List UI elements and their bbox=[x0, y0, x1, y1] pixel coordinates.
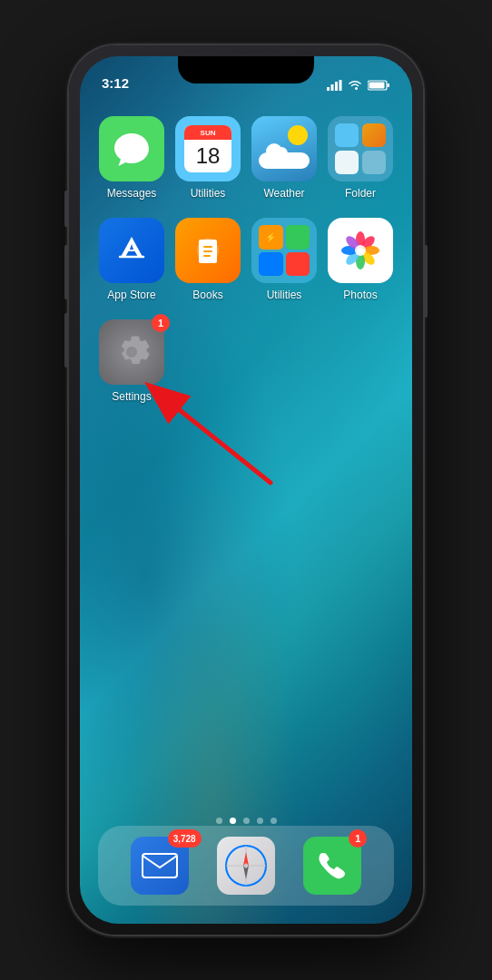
folder-label: Folder bbox=[345, 187, 376, 200]
svg-rect-22 bbox=[143, 854, 177, 877]
utilities-folder-icon: ⚡ bbox=[251, 218, 317, 283]
battery-icon bbox=[368, 80, 390, 91]
svg-rect-0 bbox=[327, 87, 330, 91]
safari-icon bbox=[217, 837, 275, 895]
mail-icon-svg bbox=[142, 853, 178, 878]
settings-badge: 1 bbox=[152, 314, 170, 332]
page-dot-3[interactable] bbox=[243, 818, 250, 824]
app-photos[interactable]: Photos bbox=[327, 218, 394, 301]
svg-point-19 bbox=[355, 245, 366, 256]
books-icon bbox=[175, 218, 241, 283]
page-dots bbox=[80, 818, 412, 824]
appstore-icon bbox=[99, 218, 164, 283]
utilities-top-label: Utilities bbox=[191, 187, 226, 200]
svg-rect-1 bbox=[331, 84, 334, 91]
page-dot-4[interactable] bbox=[257, 818, 263, 824]
folder-icon bbox=[328, 116, 393, 181]
photos-icon bbox=[328, 218, 393, 283]
dock-mail[interactable]: 3,728 bbox=[131, 837, 189, 895]
svg-rect-2 bbox=[335, 82, 338, 91]
books-label: Books bbox=[192, 289, 222, 301]
app-appstore[interactable]: App Store bbox=[98, 218, 165, 301]
page-dot-5[interactable] bbox=[271, 818, 277, 824]
app-folder[interactable]: Folder bbox=[327, 116, 394, 200]
dock-phone[interactable]: 1 bbox=[303, 837, 361, 895]
messages-label: Messages bbox=[107, 187, 157, 200]
utilities-top-icon: SUN 18 bbox=[175, 116, 241, 181]
power-button[interactable] bbox=[424, 245, 428, 318]
volume-up-button[interactable] bbox=[64, 245, 68, 299]
svg-rect-6 bbox=[388, 83, 390, 87]
app-settings[interactable]: 1 Settings bbox=[98, 319, 165, 403]
mail-badge: 3,728 bbox=[168, 829, 202, 848]
svg-rect-5 bbox=[369, 83, 385, 89]
page-dot-2[interactable] bbox=[230, 818, 236, 824]
app-books[interactable]: Books bbox=[174, 218, 241, 301]
phone-badge: 1 bbox=[349, 829, 367, 848]
status-time: 3:12 bbox=[102, 75, 129, 91]
phone-icon-svg bbox=[316, 849, 349, 882]
signal-icon bbox=[327, 80, 342, 91]
appstore-label: App Store bbox=[107, 289, 155, 301]
settings-label: Settings bbox=[112, 390, 151, 403]
app-utilities-top[interactable]: SUN 18 Utilities bbox=[174, 116, 241, 200]
app-weather[interactable]: Weather bbox=[251, 116, 318, 200]
phone-screen: 3:12 bbox=[80, 56, 412, 924]
mail-icon: 3,728 bbox=[131, 837, 189, 895]
books-icon-svg bbox=[188, 230, 228, 270]
app-messages[interactable]: Messages bbox=[98, 116, 165, 200]
page-dot-1[interactable] bbox=[216, 818, 222, 824]
phone-frame: 3:12 bbox=[69, 45, 423, 935]
dock-safari[interactable] bbox=[217, 837, 275, 895]
status-bar: 3:12 bbox=[80, 56, 412, 96]
settings-icon: 1 bbox=[99, 319, 164, 385]
app-grid: Messages SUN 18 Utilities bbox=[80, 107, 412, 412]
safari-icon-svg bbox=[223, 843, 269, 888]
status-icons bbox=[327, 80, 390, 91]
photos-icon-svg bbox=[335, 225, 386, 276]
appstore-icon-svg bbox=[113, 231, 151, 270]
phone-icon: 1 bbox=[303, 837, 361, 895]
utilities-folder-label: Utilities bbox=[267, 289, 302, 301]
wifi-icon bbox=[348, 80, 362, 91]
volume-down-button[interactable] bbox=[64, 313, 68, 368]
messages-icon-svg bbox=[111, 128, 153, 170]
messages-icon bbox=[99, 116, 164, 181]
photos-label: Photos bbox=[343, 289, 377, 301]
weather-icon bbox=[251, 116, 317, 181]
settings-gear-svg bbox=[110, 330, 153, 374]
app-utilities-folder[interactable]: ⚡ Utilities bbox=[251, 218, 318, 301]
weather-label: Weather bbox=[263, 187, 304, 200]
dock: 3,728 bbox=[98, 826, 394, 906]
svg-rect-3 bbox=[339, 80, 342, 91]
